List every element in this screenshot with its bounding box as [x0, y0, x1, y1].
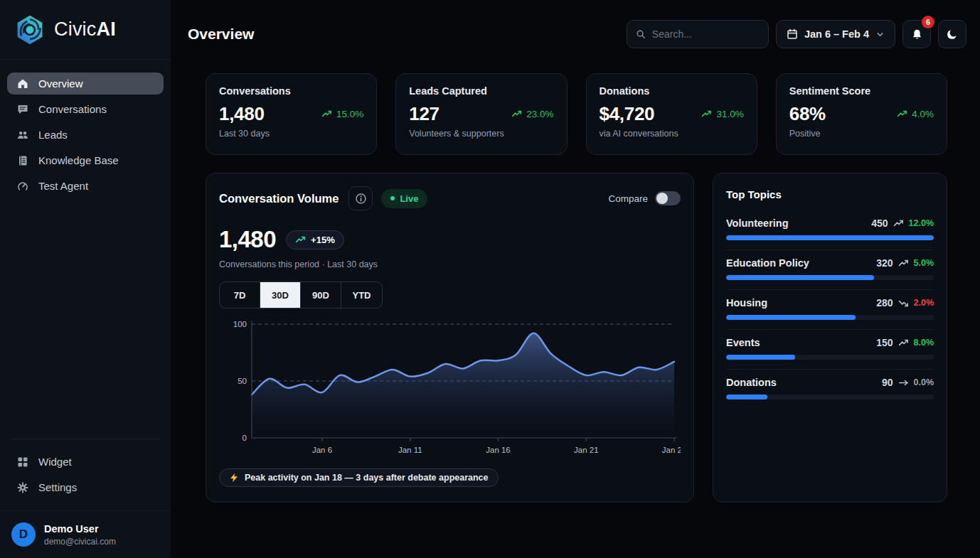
live-dot-icon [390, 196, 395, 200]
stat-value: 1,480 [219, 103, 265, 125]
sidebar-item-label: Conversations [38, 103, 107, 115]
svg-text:Jan 26: Jan 26 [662, 446, 681, 454]
topic-row-events: Events 150 8.0% [726, 330, 934, 370]
stat-value: 127 [409, 103, 439, 125]
sidebar: CivicAI Overview Conversations Leads Kno… [0, 0, 171, 558]
stat-subtitle: Volunteers & supporters [409, 129, 553, 139]
topic-row-donations: Donations 90 0.0% [726, 370, 934, 409]
stat-value: 68% [789, 103, 826, 125]
live-badge: Live [381, 189, 427, 208]
home-icon [17, 78, 28, 90]
topic-name: Events [726, 337, 760, 348]
stat-card-sentiment: Sentiment Score 68% 4.0% Positive [776, 73, 947, 155]
tab-ytd[interactable]: YTD [341, 282, 382, 308]
topic-value: 450 [871, 218, 888, 229]
stat-trend: 15.0% [321, 109, 363, 119]
topic-percent: 8.0% [914, 338, 934, 348]
sidebar-item-label: Knowledge Base [38, 154, 119, 166]
stat-trend: 31.0% [701, 109, 743, 119]
delta-badge: +15% [286, 230, 344, 250]
sidebar-item-label: Widget [38, 456, 72, 468]
dark-mode-toggle-button[interactable] [938, 20, 966, 48]
trend-up-icon [897, 109, 907, 119]
volume-total: 1,480 [219, 226, 276, 253]
civicai-logo-icon [14, 14, 46, 45]
svg-text:Jan 6: Jan 6 [312, 446, 332, 454]
trend-up-icon [893, 218, 904, 229]
compare-toggle[interactable] [655, 191, 681, 205]
primary-nav: Overview Conversations Leads Knowledge B… [0, 60, 171, 200]
stat-subtitle: Positive [789, 129, 934, 139]
topic-name: Donations [726, 377, 777, 388]
peak-annotation: Peak activity on Jan 18 — 3 days after d… [219, 468, 499, 487]
tab-7d[interactable]: 7D [220, 282, 260, 308]
trend-up-icon [701, 109, 712, 119]
sidebar-item-overview[interactable]: Overview [7, 73, 164, 95]
svg-text:0: 0 [243, 434, 247, 442]
sidebar-item-label: Settings [38, 481, 77, 493]
date-range-label: Jan 6 – Feb 4 [804, 28, 869, 40]
topic-bar-fill [726, 275, 874, 280]
topic-bar-track [726, 275, 934, 280]
topic-bar-fill [726, 315, 856, 320]
user-profile[interactable]: D Demo User demo@civicai.com [0, 510, 171, 558]
notification-badge: 6 [922, 16, 934, 28]
tab-30d[interactable]: 30D [260, 282, 301, 308]
topic-row-education-policy: Education Policy 320 5.0% [726, 250, 934, 290]
topic-value: 280 [876, 297, 893, 308]
sidebar-item-knowledge-base[interactable]: Knowledge Base [7, 149, 164, 171]
chart-title: Conversation Volume [219, 192, 339, 205]
topic-percent: 0.0% [914, 377, 934, 387]
trend-down-icon [898, 298, 909, 308]
stat-card-leads: Leads Captured 127 23.0% Volunteers & su… [395, 73, 567, 155]
topic-bar-fill [726, 395, 767, 399]
volume-area-chart: 050100Jan 6Jan 11Jan 16Jan 21Jan 26 [219, 317, 681, 459]
stat-title: Leads Captured [409, 85, 553, 97]
svg-text:100: 100 [233, 320, 247, 328]
info-button[interactable] [348, 186, 373, 210]
sidebar-item-leads[interactable]: Leads [7, 124, 164, 146]
trend-flat-icon [898, 377, 909, 388]
topic-bar-track [726, 235, 934, 240]
search-box [627, 20, 769, 48]
secondary-nav: Widget Settings [0, 439, 171, 510]
sidebar-item-label: Test Agent [38, 180, 88, 192]
sidebar-item-label: Overview [38, 77, 83, 90]
date-range-button[interactable]: Jan 6 – Feb 4 [776, 20, 895, 48]
svg-text:Jan 21: Jan 21 [574, 446, 599, 454]
sidebar-item-settings[interactable]: Settings [7, 476, 164, 498]
topic-row-housing: Housing 280 2.0% [726, 290, 934, 330]
compare-label: Compare [608, 193, 648, 204]
toggle-knob [656, 193, 668, 204]
svg-text:50: 50 [238, 377, 247, 385]
tab-90d[interactable]: 90D [301, 282, 341, 308]
conversation-volume-card: Conversation Volume Live Compare 1,480 [206, 173, 694, 503]
trend-up-icon [511, 109, 522, 119]
page-title: Overview [188, 26, 254, 43]
sidebar-item-conversations[interactable]: Conversations [7, 98, 164, 120]
stat-title: Sentiment Score [789, 85, 934, 97]
notifications-button[interactable]: 6 [902, 20, 931, 48]
stat-title: Donations [600, 85, 744, 97]
stat-subtitle: Last 30 days [219, 129, 363, 139]
topic-percent: 5.0% [914, 258, 934, 268]
search-input[interactable] [652, 28, 760, 40]
trend-up-icon [295, 235, 306, 245]
topic-value: 150 [876, 337, 893, 348]
stat-trend: 23.0% [511, 109, 553, 119]
sidebar-item-widget[interactable]: Widget [7, 451, 164, 473]
volume-subtitle: Conversations this period · Last 30 days [219, 259, 681, 269]
chevron-down-icon [875, 30, 885, 39]
sidebar-item-test-agent[interactable]: Test Agent [7, 175, 164, 197]
topic-bar-fill [726, 235, 934, 240]
trend-up-icon [898, 258, 909, 269]
stat-title: Conversations [219, 85, 363, 97]
brand-logo: CivicAI [0, 0, 171, 60]
topic-name: Housing [726, 297, 767, 308]
users-icon [17, 129, 28, 141]
top-bar: Overview Jan 6 – Feb 4 6 [171, 0, 980, 48]
widget-grid-icon [17, 456, 28, 468]
topic-value: 90 [882, 377, 893, 388]
topics-title: Top Topics [726, 188, 934, 200]
topic-bar-track [726, 395, 934, 399]
